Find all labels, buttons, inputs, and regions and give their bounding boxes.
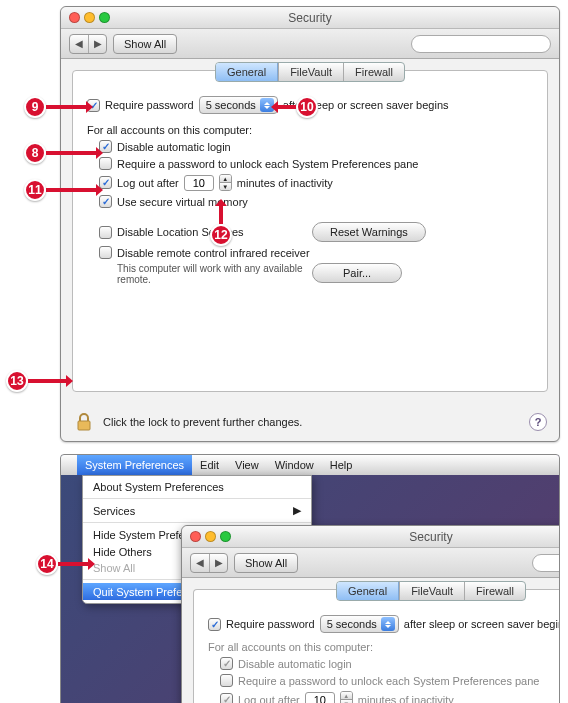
tabs[interactable]: General FileVault Firewall	[215, 62, 405, 82]
callout-9: 9	[24, 96, 86, 118]
menu-window[interactable]: Window	[267, 455, 322, 475]
general-pane-2: General FileVault Firewall Require passw…	[193, 589, 560, 703]
require-password-label: Require password	[105, 99, 194, 111]
pair-button[interactable]: Pair...	[312, 263, 402, 283]
require-password-prefs-label: Require a password to unlock each System…	[117, 158, 418, 170]
window-title: Security	[61, 11, 559, 25]
callout-11: 11	[24, 179, 96, 201]
secure-vm-checkbox[interactable]	[99, 195, 112, 208]
require-password-prefs-checkbox-2	[220, 674, 233, 687]
search-field-2[interactable]	[532, 554, 560, 572]
callout-14: 14	[36, 553, 88, 575]
search-input[interactable]	[421, 38, 559, 50]
log-out-after-checkbox-2	[220, 693, 233, 703]
disable-automatic-login-checkbox-2	[220, 657, 233, 670]
titlebar[interactable]: Security	[61, 7, 559, 29]
require-password-delay-popup-2[interactable]: 5 seconds	[320, 615, 399, 633]
tab-general-2[interactable]: General	[337, 582, 399, 600]
callout-13: 13	[6, 370, 66, 392]
menu-view[interactable]: View	[227, 455, 267, 475]
callout-12: 12	[210, 206, 232, 246]
menu-help[interactable]: Help	[322, 455, 361, 475]
titlebar-2[interactable]: Security	[182, 526, 560, 548]
log-out-minutes-stepper[interactable]: ▲▼	[219, 174, 232, 191]
general-pane: General FileVault Firewall Require passw…	[72, 70, 548, 392]
disable-ir-checkbox[interactable]	[99, 246, 112, 259]
menubar[interactable]: System Preferences Edit View Window Help	[61, 455, 559, 475]
window-title-2: Security	[182, 530, 560, 544]
forward-icon[interactable]: ▶	[88, 35, 106, 53]
desktop-screenshot: System Preferences Edit View Window Help…	[60, 454, 560, 703]
log-out-minutes-field[interactable]	[184, 175, 214, 191]
require-password-delay-value: 5 seconds	[206, 99, 256, 111]
nav-back-forward-2[interactable]: ◀ ▶	[190, 553, 228, 573]
tab-filevault[interactable]: FileVault	[278, 63, 343, 81]
accounts-section-header: For all accounts on this computer:	[87, 124, 252, 136]
tab-filevault-2[interactable]: FileVault	[399, 582, 464, 600]
tab-general[interactable]: General	[216, 63, 278, 81]
zoom-icon[interactable]	[220, 531, 231, 542]
search-field[interactable]	[411, 35, 551, 53]
forward-icon[interactable]: ▶	[209, 554, 227, 572]
tab-firewall[interactable]: Firewall	[343, 63, 404, 81]
show-all-button-2[interactable]: Show All	[234, 553, 298, 573]
chevron-up-icon[interactable]: ▲	[220, 175, 231, 182]
chevron-right-icon: ▶	[293, 504, 301, 517]
close-icon[interactable]	[69, 12, 80, 23]
minimize-icon[interactable]	[205, 531, 216, 542]
show-all-button[interactable]: Show All	[113, 34, 177, 54]
callout-8: 8	[24, 142, 96, 164]
search-input-2[interactable]	[542, 557, 560, 569]
back-icon[interactable]: ◀	[191, 554, 209, 572]
callout-10: 10	[278, 96, 318, 118]
zoom-icon[interactable]	[99, 12, 110, 23]
popup-handle-icon	[381, 617, 395, 631]
lock-icon[interactable]	[73, 411, 95, 433]
app-menu[interactable]: System Preferences	[77, 455, 192, 475]
security-window-2: Security ◀ ▶ Show All General FileVault …	[181, 525, 560, 703]
help-button[interactable]: ?	[529, 413, 547, 431]
security-window-1: Security ◀ ▶ Show All General FileVault …	[60, 6, 560, 442]
disable-automatic-login-label: Disable automatic login	[117, 141, 231, 153]
menu-edit[interactable]: Edit	[192, 455, 227, 475]
back-icon[interactable]: ◀	[70, 35, 88, 53]
toolbar: ◀ ▶ Show All	[61, 29, 559, 59]
log-out-after-label-before: Log out after	[117, 177, 179, 189]
chevron-down-icon[interactable]: ▼	[220, 182, 231, 190]
disable-ir-label: Disable remote control infrared receiver	[117, 247, 310, 259]
require-password-delay-popup[interactable]: 5 seconds	[199, 96, 278, 114]
tab-firewall-2[interactable]: Firewall	[464, 582, 525, 600]
menu-about[interactable]: About System Preferences	[83, 479, 311, 495]
log-out-after-label-after: minutes of inactivity	[237, 177, 333, 189]
minimize-icon[interactable]	[84, 12, 95, 23]
close-icon[interactable]	[190, 531, 201, 542]
menu-services[interactable]: Services▶	[83, 502, 311, 519]
tabs-2[interactable]: General FileVault Firewall	[336, 581, 526, 601]
ir-note: This computer will work with any availab…	[117, 263, 307, 285]
disable-location-checkbox[interactable]	[99, 226, 112, 239]
require-password-checkbox-2[interactable]	[208, 618, 221, 631]
reset-warnings-button[interactable]: Reset Warnings	[312, 222, 426, 242]
nav-back-forward[interactable]: ◀ ▶	[69, 34, 107, 54]
svg-rect-2	[78, 421, 90, 430]
lock-text: Click the lock to prevent further change…	[103, 416, 302, 428]
